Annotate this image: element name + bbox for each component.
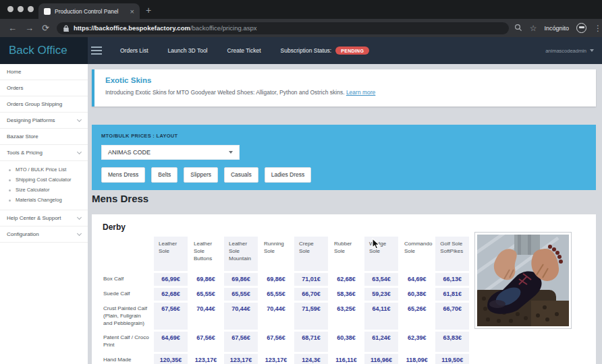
nav-item-orders-list[interactable]: Orders List <box>120 47 148 54</box>
sidebar-subitem-mto-bulk-price-list[interactable]: MTO / BULK Price List <box>0 164 88 175</box>
learn-more-link[interactable]: Learn more <box>346 89 375 96</box>
price-cell: 60,38€ <box>329 332 363 352</box>
sidebar-item-label: Orders Group Shipping <box>7 101 81 107</box>
price-cell: 123,17€ <box>259 354 293 364</box>
sidebar-submenu: MTO / BULK Price ListShipping Cost Calcu… <box>0 161 88 210</box>
banner-body: Introducing Exotic Skins for MTO Goodyea… <box>105 89 585 96</box>
sidebar-item-home[interactable]: Home <box>0 64 88 80</box>
price-cell: 61,24€ <box>364 332 398 352</box>
app-logo[interactable]: Back Office <box>0 37 88 64</box>
table-corner-cell <box>103 237 153 271</box>
table-title: Derby <box>103 222 586 232</box>
sidebar-item-designing-platforms[interactable]: Designing Platforms <box>0 113 88 129</box>
screen: Production Control Panel × + ← → ⟳ https… <box>0 0 602 364</box>
price-cell: 123,17€ <box>189 354 223 364</box>
sidebar-item-tools-pricing[interactable]: Tools & Pricing <box>0 145 88 161</box>
category-button-belts[interactable]: Belts <box>151 167 177 183</box>
price-cell: 70,44€ <box>259 303 293 330</box>
sidebar-item-label: Designing Platforms <box>7 117 78 123</box>
browser-toolbar: ← → ⟳ https://backoffice.bespokefactory.… <box>0 19 602 37</box>
price-cell: 68,71€ <box>294 332 328 352</box>
sidebar-item-label: Tools & Pricing <box>7 150 78 156</box>
banner-text: Introducing Exotic Skins for MTO Goodyea… <box>105 89 345 96</box>
category-button-mens-dress[interactable]: Mens Dress <box>101 167 145 183</box>
tab-close-icon[interactable]: × <box>130 7 134 16</box>
incognito-label: Incógnito <box>544 25 569 32</box>
price-cell: 62,68€ <box>329 273 363 286</box>
price-table-card: Derby Leather SoleLeather Sole ButtonsLe… <box>92 214 596 364</box>
tab-favicon-icon <box>44 8 51 15</box>
back-icon[interactable]: ← <box>8 24 17 32</box>
category-button-row: Mens DressBeltsSlippersCasualsLadies Dre… <box>101 167 586 183</box>
nav-item-launch-3d-tool[interactable]: Launch 3D Tool <box>168 47 208 54</box>
table-row: Box Calf66,99€69,86€69,86€69,86€71,01€62… <box>103 273 469 286</box>
sidebar-item-help-center-support[interactable]: Help Center & Support <box>0 210 88 226</box>
sidebar-item-label: Home <box>7 69 81 75</box>
forward-icon[interactable]: → <box>25 24 34 32</box>
price-table: Leather SoleLeather Sole ButtonsLeather … <box>101 235 470 364</box>
column-header: Leather Sole <box>154 237 188 271</box>
nav-item-create-ticket[interactable]: Create Ticket <box>227 47 261 54</box>
price-cell: 63,25€ <box>329 303 363 330</box>
table-row: Suede Calf62,68€65,55€65,55€65,55€66,70€… <box>103 288 469 301</box>
sidebar-subitem-shipping-cost-calculator[interactable]: Shipping Cost Calculator <box>0 175 88 185</box>
price-cell: 116,11€ <box>329 354 363 364</box>
price-cell: 120,35€ <box>154 354 188 364</box>
chevron-down-icon <box>77 117 82 121</box>
incognito-avatar-icon[interactable] <box>576 23 586 33</box>
reload-icon[interactable]: ⟳ <box>42 24 49 32</box>
price-cell: 70,44€ <box>189 303 223 330</box>
hamburger-menu-icon[interactable] <box>91 47 102 57</box>
bookmark-star-icon[interactable]: ☆ <box>530 24 537 32</box>
user-name: animascodeadmin <box>545 48 586 54</box>
sidebar-subitem-size-calculator[interactable]: Size Calculator <box>0 185 88 195</box>
price-cell: 118,09€ <box>400 354 434 364</box>
price-cell: 69,86€ <box>259 273 293 286</box>
layout-select[interactable]: ANIMAS CODE <box>101 145 240 160</box>
tab-title: Production Control Panel <box>55 8 128 15</box>
chevron-down-icon <box>77 231 82 235</box>
row-label: Crust Painted Calf (Plain, Fullgrain and… <box>103 303 153 330</box>
browser-tab[interactable]: Production Control Panel × <box>38 3 140 19</box>
subscription-status-label: Subscription Status: <box>281 47 332 54</box>
column-header: Running Sole <box>259 237 293 271</box>
price-cell: 69,86€ <box>189 273 223 286</box>
sidebar-item-configuration[interactable]: Configuration <box>0 226 88 243</box>
sidebar-item-label: Orders <box>7 85 81 91</box>
column-header: Golf Sole SoftPikes <box>435 237 469 271</box>
chevron-down-icon <box>590 49 594 52</box>
price-cell: 71,59€ <box>294 303 328 330</box>
sidebar-item-orders-group-shipping[interactable]: Orders Group Shipping <box>0 96 88 113</box>
category-button-casuals[interactable]: Casuals <box>224 167 258 183</box>
category-button-slippers[interactable]: Slippers <box>184 167 218 183</box>
window-zoom-button[interactable] <box>28 6 34 12</box>
window-close-button[interactable] <box>7 6 13 12</box>
url-host: https://backoffice.bespokefactory.com <box>74 24 190 32</box>
price-cell: 119,50€ <box>435 354 469 364</box>
category-button-ladies-dress[interactable]: Ladies Dress <box>265 167 312 183</box>
row-label: Box Calf <box>103 273 153 286</box>
window-minimize-button[interactable] <box>18 6 24 12</box>
sidebar-item-label: Configuration <box>7 231 78 237</box>
pricing-layout-panel: MTO/BULK PRICES : LAYOUT ANIMAS CODE Men… <box>92 125 596 190</box>
shoe-photo-illustration <box>477 235 569 326</box>
browser-menu-icon[interactable]: ⋮ <box>594 24 602 32</box>
sidebar-subitem-materials-changelog[interactable]: Materials Changelog <box>0 195 88 205</box>
price-cell: 65,26€ <box>400 303 434 330</box>
toolbar-actions: ☆ Incógnito ⋮ <box>514 23 602 33</box>
price-cell: 67,56€ <box>154 303 188 330</box>
column-header: Wedge Sole <box>364 237 398 271</box>
table-row: Crust Painted Calf (Plain, Fullgrain and… <box>103 303 469 330</box>
price-cell: 69,86€ <box>224 273 258 286</box>
sidebar-item-orders[interactable]: Orders <box>0 80 88 96</box>
sidebar-item-label: Bazaar Store <box>7 133 81 140</box>
price-cell: 61,81€ <box>435 288 469 301</box>
new-tab-button[interactable]: + <box>146 3 151 17</box>
address-bar[interactable]: https://backoffice.bespokefactory.com/ba… <box>57 22 509 34</box>
price-cell: 70,44€ <box>224 303 258 330</box>
price-cell: 67,56€ <box>189 332 223 352</box>
user-menu[interactable]: animascodeadmin <box>545 37 594 64</box>
panel-label: MTO/BULK PRICES : LAYOUT <box>101 133 586 139</box>
sidebar-item-bazaar-store[interactable]: Bazaar Store <box>0 129 88 145</box>
zoom-search-icon[interactable] <box>514 24 522 33</box>
